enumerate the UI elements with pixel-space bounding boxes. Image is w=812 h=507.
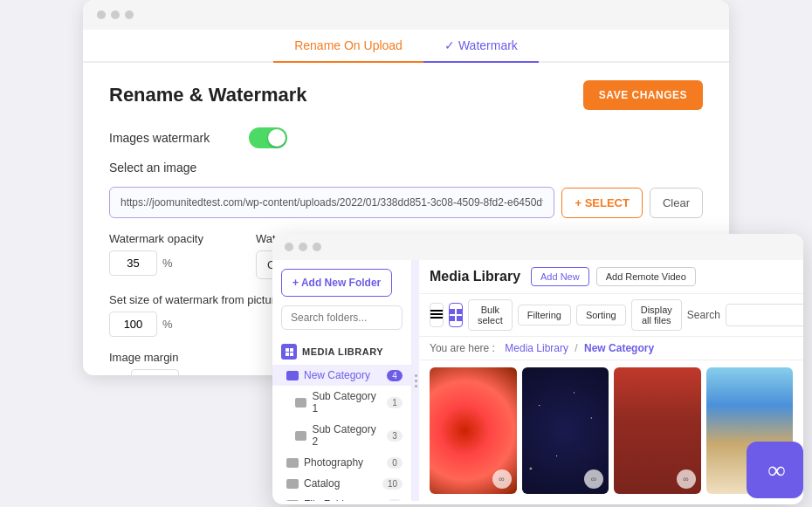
svg-rect-9 (450, 316, 455, 321)
breadcrumb-root[interactable]: Media Library (505, 342, 568, 354)
tabs-bar: Rename On Upload ✓Watermark (83, 30, 729, 63)
opacity-label-left: Watermark opacity (109, 232, 203, 245)
select-image-label: Select an image (109, 161, 249, 175)
fg-body: + Add New Folder MEDIA LIBRARY New Categ… (272, 260, 803, 501)
media-library-label: MEDIA LIBRARY (272, 339, 411, 365)
folder-icon-sub2 (295, 431, 306, 441)
folder-icon-sub1 (295, 398, 306, 408)
folder-item-sub1[interactable]: Sub Category 1 1 (272, 386, 411, 419)
breadcrumb: You are here : Media Library / New Categ… (419, 337, 803, 360)
search-label: Search (687, 309, 720, 321)
sorting-button[interactable]: Sorting (576, 305, 626, 325)
page-title: Rename & Watermark (109, 84, 307, 106)
size-input[interactable] (109, 312, 157, 337)
drag-dots (415, 374, 417, 387)
fg-dot-green (313, 243, 321, 251)
watermark-toggle[interactable] (249, 127, 287, 148)
svg-rect-3 (290, 353, 293, 356)
watermark-icon-stars: ∞ (584, 469, 603, 489)
dot-red (97, 10, 106, 19)
image-url-input[interactable] (109, 187, 554, 218)
opacity-unit: % (162, 257, 173, 270)
select-image-button[interactable]: + SELECT (561, 188, 643, 218)
watermark-toggle-row: Images watermark (109, 127, 703, 148)
save-changes-button[interactable]: SAVE CHANGES (583, 80, 703, 110)
select-image-row: Select an image (109, 161, 703, 175)
folder-item-sub2[interactable]: Sub Category 2 3 (272, 419, 411, 452)
url-row: + SELECT Clear (109, 187, 703, 218)
filtering-button[interactable]: Filtering (518, 305, 571, 325)
svg-rect-10 (457, 316, 462, 321)
tab-rename[interactable]: Rename On Upload (273, 30, 423, 63)
drag-handle[interactable] (412, 260, 419, 501)
clear-button[interactable]: Clear (650, 188, 703, 218)
folder-icon-file-folder (286, 500, 299, 502)
svg-rect-0 (286, 348, 289, 352)
add-new-button[interactable]: Add New (531, 267, 589, 286)
breadcrumb-separator: / (575, 342, 577, 354)
media-search-input[interactable] (726, 304, 803, 326)
opacity-group-left: Watermark opacity % (109, 232, 203, 279)
media-sidebar: + Add New Folder MEDIA LIBRARY New Categ… (272, 260, 412, 501)
media-header: Media Library Add New Add Remote Video (419, 260, 803, 294)
breadcrumb-prefix: You are here : (430, 342, 495, 354)
folder-item-new-category[interactable]: New Category 4 (272, 365, 411, 386)
media-library-title: Media Library (430, 269, 520, 284)
svg-rect-8 (457, 309, 462, 314)
watermark-icon-apples: ∞ (492, 469, 512, 489)
folder-item-catalog[interactable]: Catalog 10 (272, 473, 411, 494)
size-unit: % (162, 318, 173, 331)
media-content: Media Library Add New Add Remote Video B… (419, 260, 803, 501)
image-thumb-stars[interactable]: ∞ (522, 367, 609, 494)
bulk-select-button[interactable]: Bulk select (468, 299, 513, 331)
display-all-button[interactable]: Display all files (631, 299, 682, 331)
svg-rect-5 (430, 313, 443, 315)
add-new-folder-button[interactable]: + Add New Folder (281, 269, 392, 297)
list-view-button[interactable] (430, 303, 444, 327)
add-remote-video-button[interactable]: Add Remote Video (596, 267, 696, 286)
folder-icon-new-category (286, 371, 299, 380)
svg-rect-7 (450, 309, 455, 314)
fg-dot-red (285, 243, 293, 251)
breadcrumb-current: New Category (584, 342, 654, 354)
fg-dot-yellow (299, 243, 307, 251)
folder-item-file-folder[interactable]: File Folder 1 (272, 494, 411, 501)
page-header: Rename & Watermark SAVE CHANGES (109, 80, 703, 110)
media-toolbar: Bulk select Filtering Sorting Display al… (419, 294, 803, 337)
top-input[interactable] (131, 369, 179, 375)
window-controls (83, 0, 729, 30)
svg-rect-1 (290, 348, 293, 352)
search-folders-input[interactable] (281, 305, 403, 330)
opacity-input[interactable] (109, 250, 157, 276)
svg-rect-2 (286, 353, 289, 356)
media-library-panel: + Add New Folder MEDIA LIBRARY New Categ… (272, 234, 803, 504)
logo-symbol: ∞ (768, 456, 782, 484)
image-grid: ∞ ∞ ∞ ∞ (419, 360, 803, 501)
tab-check-icon: ✓ (444, 38, 455, 52)
image-thumb-temple[interactable]: ∞ (614, 367, 701, 494)
fg-window-controls (272, 234, 803, 260)
logo-badge: ∞ (747, 442, 803, 498)
svg-rect-4 (430, 310, 443, 312)
media-lib-icon (281, 344, 297, 360)
image-thumb-apples[interactable]: ∞ (430, 367, 517, 494)
folder-item-photography[interactable]: Photography 0 (272, 452, 411, 473)
svg-rect-6 (430, 317, 443, 319)
opacity-input-row: % (109, 250, 203, 276)
watermark-label: Images watermark (109, 131, 249, 145)
watermark-icon-temple: ∞ (677, 469, 696, 489)
margin-top-group: Top px (109, 369, 196, 375)
folder-icon-catalog (286, 479, 299, 489)
dot-yellow (111, 10, 120, 19)
tab-watermark[interactable]: ✓Watermark (423, 30, 539, 63)
grid-view-button[interactable] (449, 303, 463, 327)
folder-icon-photography (286, 458, 299, 468)
dot-green (125, 10, 134, 19)
